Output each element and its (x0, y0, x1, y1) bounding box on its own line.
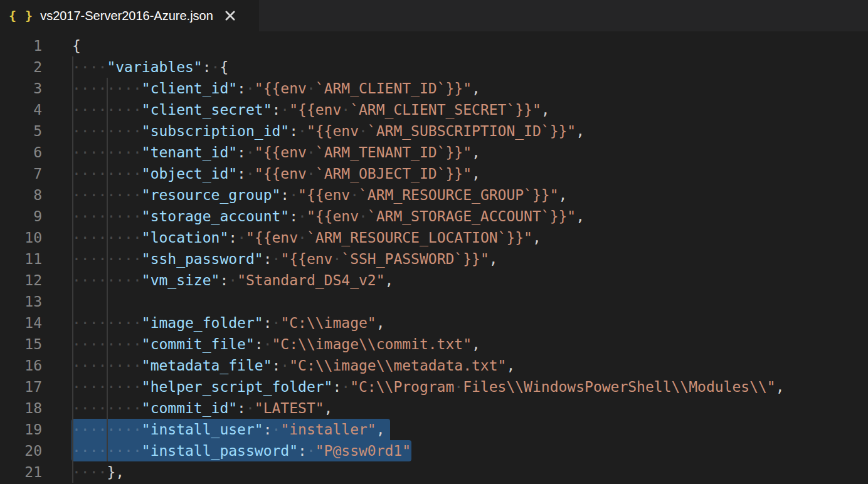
code-line[interactable]: 17········"helper_script_folder":·"C:\\P… (0, 376, 868, 397)
line-number[interactable]: 16 (0, 355, 42, 376)
code-line[interactable]: 7········"object_id":·"{{env·`ARM_OBJECT… (0, 163, 868, 184)
code-line[interactable]: 1{ (0, 35, 868, 56)
code-line-text[interactable]: ········"location":·"{{env·`ARM_RESOURCE… (72, 227, 541, 248)
line-number[interactable]: 18 (0, 397, 42, 419)
code-line[interactable]: 13 (0, 291, 868, 312)
line-number[interactable]: 3 (0, 78, 42, 99)
close-icon (225, 10, 236, 21)
line-number[interactable]: 13 (0, 291, 42, 312)
code-line-text[interactable]: ········"metadata_file":·"C:\\image\\met… (72, 355, 515, 376)
line-number[interactable]: 14 (0, 312, 42, 334)
code-line[interactable]: 16········"metadata_file":·"C:\\image\\m… (0, 355, 868, 376)
code-line-text[interactable]: ········"ssh_password":·"{{env·`SSH_PASS… (72, 248, 498, 270)
line-number[interactable]: 21 (0, 461, 42, 483)
line-number[interactable]: 7 (0, 163, 42, 184)
line-number[interactable]: 15 (0, 334, 42, 355)
code-line[interactable]: 9········"storage_account":·"{{env·`ARM_… (0, 206, 868, 227)
code-line-text[interactable]: { (72, 35, 81, 56)
indent-guide (72, 291, 73, 312)
code-line[interactable]: 5········"subscription_id":·"{{env·`ARM_… (0, 120, 868, 142)
code-line-text[interactable]: ········"commit_file":·"C:\\image\\commi… (72, 334, 480, 355)
line-number[interactable]: 6 (0, 142, 42, 163)
tab-vs2017-server2016-azure-json[interactable]: { } vs2017-Server2016-Azure.json (0, 0, 259, 31)
code-line[interactable]: 6········"tenant_id":·"{{env·`ARM_TENANT… (0, 142, 868, 163)
code-line[interactable]: 10········"location":·"{{env·`ARM_RESOUR… (0, 227, 868, 248)
code-line[interactable]: 15········"commit_file":·"C:\\image\\com… (0, 334, 868, 355)
code-line[interactable]: 11········"ssh_password":·"{{env·`SSH_PA… (0, 248, 868, 270)
line-number[interactable]: 19 (0, 419, 42, 440)
close-tab-button[interactable] (224, 9, 236, 22)
code-line-text[interactable]: ········"storage_account":·"{{env·`ARM_S… (72, 206, 585, 227)
code-line-text[interactable]: ········"install_user":·"installer", (72, 419, 385, 440)
code-line-text[interactable]: ····}, (72, 461, 124, 483)
line-number[interactable]: 20 (0, 440, 42, 461)
line-number[interactable]: 4 (0, 99, 42, 120)
code-line-text[interactable]: ········"image_folder":·"C:\\image", (72, 312, 385, 334)
code-line-text[interactable]: ········"tenant_id":·"{{env·`ARM_TENANT_… (72, 142, 480, 163)
tab-bar: { } vs2017-Server2016-Azure.json (0, 0, 868, 31)
line-number[interactable]: 5 (0, 120, 42, 142)
line-number[interactable]: 17 (0, 376, 42, 397)
code-line[interactable]: 19········"install_user":·"installer", (0, 419, 868, 440)
code-editor[interactable]: 1{2····"variables":·{3········"client_id… (0, 31, 868, 484)
code-line-text[interactable]: ········"commit_id":·"LATEST", (72, 397, 332, 419)
line-number[interactable]: 2 (0, 56, 42, 78)
line-number[interactable]: 1 (0, 35, 42, 56)
indent-guide (107, 291, 108, 312)
json-file-icon: { } (9, 8, 33, 23)
code-line[interactable]: 18········"commit_id":·"LATEST", (0, 397, 868, 419)
code-line[interactable]: 12········"vm_size":·"Standard_DS4_v2", (0, 270, 868, 291)
code-line-text[interactable]: ········"subscription_id":·"{{env·`ARM_S… (72, 120, 585, 142)
line-number[interactable]: 10 (0, 227, 42, 248)
code-line-text[interactable]: ····"variables":·{ (72, 56, 228, 78)
line-number[interactable]: 12 (0, 270, 42, 291)
code-line-text[interactable]: ········"vm_size":·"Standard_DS4_v2", (72, 270, 393, 291)
tab-filename: vs2017-Server2016-Azure.json (40, 9, 213, 23)
code-line[interactable]: 2····"variables":·{ (0, 56, 868, 78)
code-line-text[interactable]: ········"object_id":·"{{env·`ARM_OBJECT_… (72, 163, 480, 184)
code-line[interactable]: 4········"client_secret":·"{{env·`ARM_CL… (0, 99, 868, 120)
code-line[interactable]: 14········"image_folder":·"C:\\image", (0, 312, 868, 334)
code-line[interactable]: 21····}, (0, 461, 868, 483)
code-line-text[interactable]: ········"install_password":·"P@ssw0rd1" (72, 440, 411, 461)
line-number[interactable]: 9 (0, 206, 42, 227)
code-line-text[interactable]: ········"client_secret":·"{{env·`ARM_CLI… (72, 99, 550, 120)
line-number[interactable]: 11 (0, 248, 42, 270)
code-line-text[interactable]: ········"resource_group":·"{{env·`ARM_RE… (72, 184, 567, 206)
line-number[interactable]: 8 (0, 184, 42, 206)
code-line[interactable]: 8········"resource_group":·"{{env·`ARM_R… (0, 184, 868, 206)
code-line[interactable]: 3········"client_id":·"{{env·`ARM_CLIENT… (0, 78, 868, 99)
code-line-text[interactable]: ········"client_id":·"{{env·`ARM_CLIENT_… (72, 78, 480, 99)
code-line[interactable]: 20········"install_password":·"P@ssw0rd1… (0, 440, 868, 461)
code-area: 1{2····"variables":·{3········"client_id… (0, 35, 868, 483)
code-line-text[interactable]: ········"helper_script_folder":·"C:\\Pro… (72, 376, 785, 397)
